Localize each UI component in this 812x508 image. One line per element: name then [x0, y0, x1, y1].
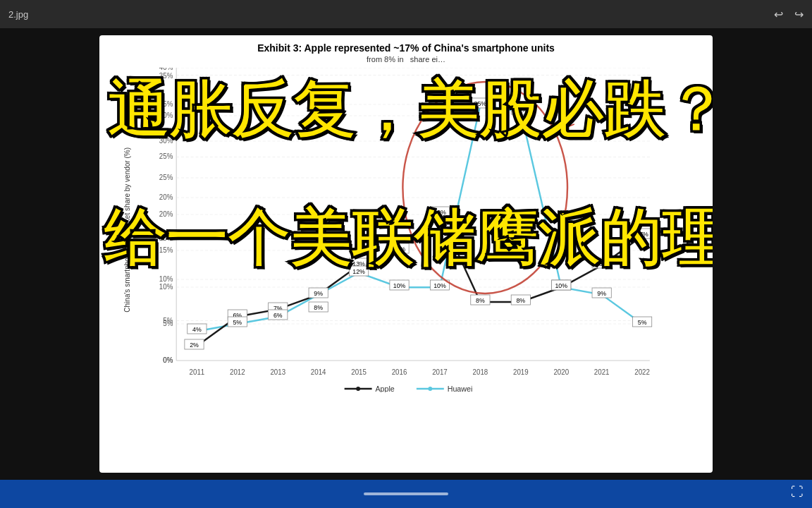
svg-text:Apple: Apple: [375, 385, 394, 392]
svg-point-94: [402, 82, 567, 294]
main-area: Exhibit 3: Apple represented ~17% of Chi…: [0, 28, 812, 480]
huawei-label-2016: 10%: [390, 280, 409, 290]
huawei-label-2013: 6%: [269, 310, 288, 320]
svg-text:2017: 2017: [432, 368, 448, 376]
huawei-label-2015: 12%: [349, 266, 368, 276]
bottom-bar: [0, 480, 812, 508]
huawei-label-2011: 4%: [187, 324, 207, 334]
svg-text:2014: 2014: [311, 368, 326, 376]
svg-text:2013: 2013: [270, 368, 285, 376]
svg-line-96: [492, 82, 519, 89]
y-axis-label: China's smartphone unit market share by …: [106, 68, 149, 392]
svg-text:20%: 20%: [433, 209, 446, 216]
svg-text:17%: 17%: [636, 231, 648, 238]
chart-svg: 0% 5% 10% 15% 20% 25% 30% 35%: [156, 68, 670, 392]
svg-text:10%: 10%: [555, 282, 567, 289]
apple-label-2018: 8%: [471, 295, 490, 305]
svg-text:15%: 15%: [159, 246, 173, 254]
svg-text:2%: 2%: [190, 341, 199, 349]
svg-text:25%: 25%: [159, 152, 173, 160]
svg-text:2016: 2016: [392, 368, 407, 376]
svg-text:15%: 15%: [393, 246, 406, 253]
apple-label-2017: 20%: [430, 207, 449, 217]
svg-text:0%: 0%: [163, 356, 173, 364]
progress-indicator: [364, 492, 448, 495]
svg-text:34%: 34%: [515, 107, 527, 114]
svg-text:9%: 9%: [597, 290, 606, 297]
title-bar: 2.jpg ↩ ↪: [0, 0, 812, 28]
huawei-label-2021: 9%: [592, 288, 611, 298]
svg-text:35%: 35%: [159, 72, 173, 80]
svg-text:5%: 5%: [638, 319, 647, 326]
title-bar-controls: ↩ ↪: [774, 8, 804, 21]
apple-label-2019: 8%: [511, 295, 530, 305]
svg-text:10%: 10%: [393, 282, 406, 289]
huawei-label-2014: 8%: [309, 302, 328, 312]
svg-text:9%: 9%: [314, 290, 323, 297]
svg-text:4%: 4%: [192, 326, 202, 333]
svg-text:10%: 10%: [159, 275, 173, 283]
svg-text:35%: 35%: [159, 100, 173, 108]
svg-text:30%: 30%: [159, 137, 173, 145]
svg-text:12%: 12%: [352, 268, 365, 275]
svg-text:35%: 35%: [474, 100, 487, 107]
svg-text:30%: 30%: [159, 111, 173, 119]
svg-text:40%: 40%: [159, 68, 173, 71]
redo-icon[interactable]: ↪: [794, 8, 804, 21]
chart-body: China's smartphone unit market share by …: [156, 68, 670, 392]
svg-text:20%: 20%: [159, 193, 173, 201]
svg-text:6%: 6%: [273, 312, 283, 319]
svg-text:5%: 5%: [233, 319, 242, 326]
huawei-label-2012: 5%: [228, 317, 247, 327]
svg-text:2011: 2011: [190, 368, 205, 376]
filename-label: 2.jpg: [8, 9, 28, 20]
svg-text:8%: 8%: [314, 304, 323, 311]
svg-text:2021: 2021: [594, 368, 610, 376]
svg-text:2012: 2012: [230, 368, 245, 376]
chart-container: Exhibit 3: Apple represented ~17% of Chi…: [99, 35, 713, 473]
svg-point-98: [356, 387, 360, 391]
apple-label-2016: 15%: [390, 243, 409, 253]
svg-text:15%: 15%: [159, 234, 173, 242]
svg-text:2020: 2020: [553, 368, 569, 376]
svg-text:8%: 8%: [516, 297, 525, 304]
svg-text:13%: 13%: [596, 260, 608, 267]
apple-label-2014: 9%: [309, 288, 328, 298]
undo-icon[interactable]: ↩: [774, 8, 783, 21]
chart-subtitle: from 8% in share ei…: [99, 55, 713, 68]
fullscreen-icon[interactable]: ⛶: [791, 485, 804, 500]
apple-label-2011: 2%: [185, 339, 204, 349]
apple-label-2022: 17%: [632, 229, 651, 238]
svg-text:10%: 10%: [159, 283, 173, 291]
svg-text:2015: 2015: [351, 368, 367, 376]
svg-text:2019: 2019: [513, 368, 529, 376]
huawei-label-2022: 5%: [632, 317, 651, 327]
svg-text:10%: 10%: [433, 282, 446, 289]
chart-title: Exhibit 3: Apple represented ~17% of Chi…: [99, 35, 713, 55]
huawei-label-2018: 35%: [471, 98, 490, 108]
svg-text:5%: 5%: [163, 320, 173, 327]
svg-text:8%: 8%: [476, 297, 485, 304]
svg-text:2018: 2018: [473, 368, 488, 376]
svg-text:2022: 2022: [634, 368, 650, 376]
svg-text:20%: 20%: [159, 210, 173, 218]
svg-text:Huawei: Huawei: [448, 385, 473, 392]
svg-point-101: [428, 387, 432, 391]
svg-text:25%: 25%: [159, 174, 173, 181]
huawei-label-2020: 10%: [552, 280, 571, 290]
huawei-label-2019: 34%: [511, 104, 530, 114]
apple-label-2021: 13%: [592, 258, 611, 268]
